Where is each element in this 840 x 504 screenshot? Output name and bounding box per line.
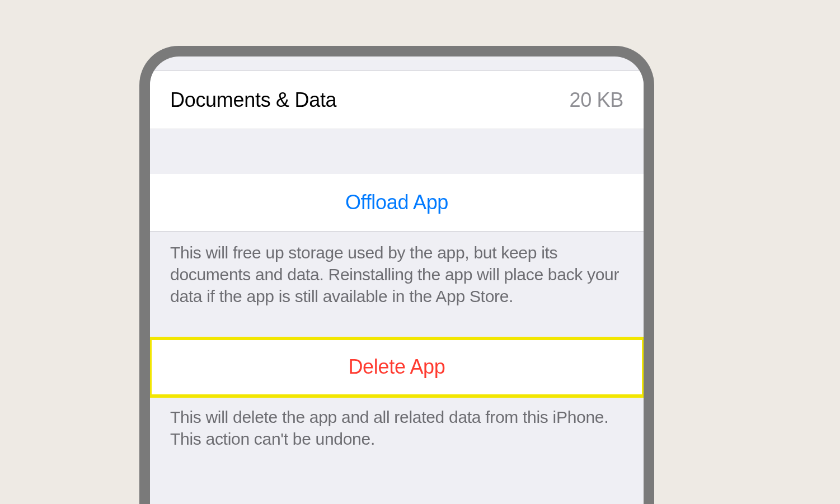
delete-app-button[interactable]: Delete App [150, 338, 644, 396]
documents-data-label: Documents & Data [170, 88, 336, 112]
section-gap [150, 129, 644, 174]
phone-screen: Documents & Data 20 KB Offload App This … [150, 56, 644, 504]
section-gap-small [150, 323, 644, 338]
delete-app-label: Delete App [348, 355, 445, 379]
delete-description: This will delete the app and all related… [150, 396, 644, 465]
documents-data-row: Documents & Data 20 KB [150, 70, 644, 129]
offload-app-button[interactable]: Offload App [150, 174, 644, 232]
offload-app-label: Offload App [345, 191, 448, 214]
phone-frame: Documents & Data 20 KB Offload App This … [139, 46, 654, 504]
offload-description: This will free up storage used by the ap… [150, 232, 644, 323]
documents-data-value: 20 KB [569, 88, 623, 112]
